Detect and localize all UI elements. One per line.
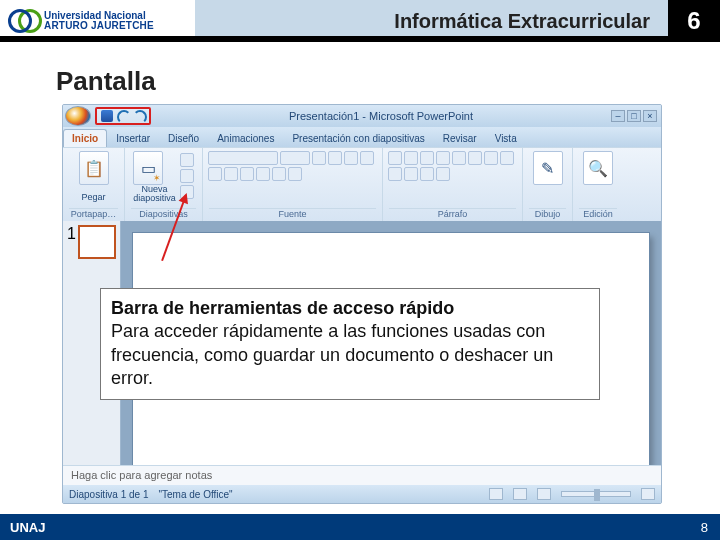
paste-icon[interactable]: 📋 [79,151,109,185]
office-button-icon[interactable] [65,106,91,126]
fit-window-icon[interactable] [641,488,655,500]
thumb-number: 1 [67,225,76,243]
document-title: Presentación1 - Microsoft PowerPoint [151,110,611,122]
normal-view-icon[interactable] [489,488,503,500]
align-right-icon[interactable] [388,167,402,181]
header-title-area: Informática Extracurricular [195,0,668,42]
bullets-icon[interactable] [388,151,402,165]
footer-page-number: 8 [701,520,708,535]
text-dir-icon[interactable] [468,151,482,165]
section-title: Pantalla [56,66,156,97]
shadow-icon[interactable] [240,167,254,181]
spacing-icon[interactable] [256,167,270,181]
university-name-line2: ARTURO JAURETCHE [44,21,154,31]
group-label-edicion: Edición [579,208,617,221]
indent-dec-icon[interactable] [420,151,434,165]
status-theme: "Tema de Office" [159,489,233,500]
line-spacing-icon[interactable] [452,151,466,165]
strike-icon[interactable] [224,167,238,181]
font-color-icon[interactable] [288,167,302,181]
new-slide-label2: diapositiva [133,194,176,203]
university-logo: Universidad Nacional ARTURO JAURETCHE [6,4,154,38]
logo-text: Universidad Nacional ARTURO JAURETCHE [44,11,154,31]
slide-footer: UNAJ 8 [0,514,720,540]
zoom-slider[interactable] [561,491,631,497]
window-buttons: – □ × [611,110,657,122]
tab-revisar[interactable]: Revisar [434,129,486,147]
underline-icon[interactable] [208,167,222,181]
window-titlebar: Presentación1 - Microsoft PowerPoint – □… [63,105,661,127]
slide-header: Universidad Nacional ARTURO JAURETCHE In… [0,0,720,42]
new-slide-icon[interactable]: ▭ [133,151,163,185]
save-icon[interactable] [101,110,113,122]
tab-inicio[interactable]: Inicio [63,129,107,147]
shapes-icon[interactable]: ✎ [533,151,563,185]
reset-icon[interactable] [180,169,194,183]
course-title: Informática Extracurricular [394,10,650,33]
ribbon-tabs: Inicio Insertar Diseño Animaciones Prese… [63,127,661,147]
group-label-dibujo: Dibujo [529,208,566,221]
indent-inc-icon[interactable] [436,151,450,165]
align-left-icon[interactable] [484,151,498,165]
minimize-button[interactable]: – [611,110,625,122]
grow-font-icon[interactable] [312,151,326,165]
group-label-diapositivas: Diapositivas [131,208,196,221]
undo-icon[interactable] [117,110,129,122]
group-parrafo: Párrafo [383,148,523,221]
group-fuente: Fuente [203,148,383,221]
close-button[interactable]: × [643,110,657,122]
shrink-font-icon[interactable] [328,151,342,165]
slide-thumbnail[interactable] [78,225,116,259]
group-diapositivas: ▭ Nueva diapositiva Diapositivas [125,148,203,221]
layout-icon[interactable] [180,153,194,167]
group-label-parrafo: Párrafo [389,208,516,221]
footer-university-abbr: UNAJ [10,520,45,535]
quick-access-toolbar[interactable] [95,107,151,125]
group-edicion: 🔍 Edición [573,148,623,221]
maximize-button[interactable]: □ [627,110,641,122]
group-portapapeles: 📋 Pegar Portapap… [63,148,125,221]
status-slide-count: Diapositiva 1 de 1 [69,489,149,500]
tab-animaciones[interactable]: Animaciones [208,129,283,147]
redo-icon[interactable] [133,110,145,122]
slide: Universidad Nacional ARTURO JAURETCHE In… [0,0,720,540]
group-label-fuente: Fuente [209,208,376,221]
tab-presentacion[interactable]: Presentación con diapositivas [283,129,433,147]
slide-body: Pantalla Presentación1 - Microsoft Power… [0,42,720,514]
notes-pane[interactable]: Haga clic para agregar notas [63,465,661,485]
align-center-icon[interactable] [500,151,514,165]
callout-body: Para acceder rápidamente a las funciones… [111,321,553,388]
logo-rings-icon [6,4,40,38]
status-bar: Diapositiva 1 de 1 "Tema de Office" [63,485,661,503]
ribbon: 📋 Pegar Portapap… ▭ Nueva diapositiva [63,147,661,221]
header-page-number: 6 [668,0,720,42]
find-icon[interactable]: 🔍 [583,151,613,185]
justify-icon[interactable] [404,167,418,181]
case-icon[interactable] [272,167,286,181]
callout-title: Barra de herramientas de acceso rápido [111,298,454,318]
paste-label: Pegar [81,192,105,202]
tab-diseno[interactable]: Diseño [159,129,208,147]
columns-icon[interactable] [420,167,434,181]
group-dibujo: ✎ Dibujo [523,148,573,221]
font-family-select[interactable] [208,151,278,165]
tab-vista[interactable]: Vista [486,129,526,147]
font-size-select[interactable] [280,151,310,165]
italic-icon[interactable] [360,151,374,165]
group-label-portapapeles: Portapap… [69,208,118,221]
numbering-icon[interactable] [404,151,418,165]
sorter-view-icon[interactable] [513,488,527,500]
notes-placeholder: Haga clic para agregar notas [71,469,212,481]
tab-insertar[interactable]: Insertar [107,129,159,147]
smartart-icon[interactable] [436,167,450,181]
slideshow-view-icon[interactable] [537,488,551,500]
bold-icon[interactable] [344,151,358,165]
callout-textbox: Barra de herramientas de acceso rápido P… [100,288,600,400]
